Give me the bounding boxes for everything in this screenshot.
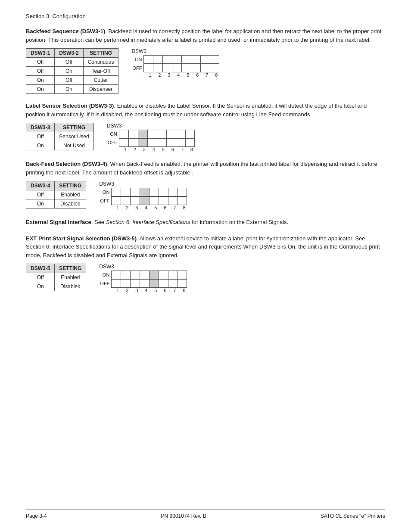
cell: Off: [26, 273, 55, 282]
table-row: On Disabled: [26, 282, 86, 291]
cell-on-4: [140, 271, 149, 279]
num-7: 7: [177, 147, 187, 152]
cell-off-1: [111, 196, 121, 205]
cell-on-5: [157, 130, 166, 138]
cell-on-2: [121, 271, 130, 279]
backfeed-sel-table: DSW3-4 SETTING Off Enabled On Disabled: [26, 181, 86, 208]
dsw3-off-row-3: OFF: [99, 196, 189, 205]
cell-on-4: [147, 130, 157, 138]
cell-on-1: [111, 271, 121, 279]
cell-on-2: [153, 55, 162, 64]
dsw3-title-2: DSW3: [107, 123, 122, 129]
external-signal-text: External Signal Interface. See Section 6…: [26, 218, 385, 227]
num-6: 6: [193, 72, 202, 78]
cell-on-6: [191, 55, 200, 64]
cell: On: [26, 85, 55, 94]
block-label-sensor: Label Sensor Selection (DSW3-3). Enables…: [26, 102, 385, 152]
eps-col2-header: SETTING: [55, 264, 86, 273]
off-label-4: OFF: [99, 279, 111, 288]
cell-off-1: [119, 138, 128, 147]
num-5: 5: [183, 72, 193, 78]
ls-col1-header: DSW3-3: [26, 123, 55, 132]
num-4: 4: [141, 205, 151, 210]
label-sensor-table: DSW3-3 SETTING Off Sensor Used On Not Us…: [26, 123, 94, 150]
cell-off-6: [191, 64, 200, 72]
external-signal-rest: for information on the External Signals.: [190, 219, 289, 225]
ls-col2-header: SETTING: [55, 123, 93, 132]
cell-on-5: [149, 271, 159, 279]
dsw3-on-row-1: ON: [131, 55, 221, 64]
section-header: Section 3. Configuration: [26, 13, 385, 19]
ext-print-inner: DSW3-5 SETTING Off Enabled On Disabled: [26, 264, 385, 293]
cell-on-6: [159, 188, 168, 196]
dsw3-grid-3: ON: [99, 188, 189, 210]
label-sensor-title: Label Sensor Selection (DSW3-3): [26, 103, 114, 109]
on-label-4: ON: [99, 271, 111, 279]
backfeed-col3-header: SETTING: [83, 49, 118, 58]
cell: Disabled: [55, 199, 86, 208]
cell-off-6: [159, 196, 168, 205]
cell: On: [26, 282, 55, 291]
backfeed-intro: Backfeed Sequence (DSW3-1). Backfeed is …: [26, 27, 385, 44]
dsw3-on-cells-1: [143, 55, 219, 64]
backfeed-title: Backfeed Sequence (DSW3-1): [26, 28, 105, 34]
cell-on-8: [177, 271, 187, 279]
footer-left: Page 3-4: [26, 513, 47, 519]
dsw3-title-3: DSW3: [99, 181, 114, 187]
num-7: 7: [170, 288, 179, 293]
dsw3-on-row-2: ON: [107, 130, 196, 138]
off-label-1: OFF: [131, 64, 143, 72]
cell-on-3: [138, 130, 147, 138]
bfs-col1-header: DSW3-4: [26, 181, 55, 190]
dsw3-title-1: DSW3: [131, 48, 146, 54]
num-7: 7: [170, 205, 179, 210]
num-2: 2: [130, 147, 140, 152]
footer-center: PN 9001074 Rev. B: [161, 513, 206, 519]
cell-off-8: [177, 279, 187, 288]
cell: Not Used: [55, 141, 93, 150]
cell: Continuous: [83, 58, 118, 67]
dsw3-off-cells-1: [143, 64, 219, 72]
ext-print-diagram: DSW3 ON: [99, 264, 189, 293]
cell: On: [26, 199, 55, 208]
label-sensor-inner: DSW3-3 SETTING Off Sensor Used On Not Us…: [26, 123, 385, 152]
cell-on-1: [119, 130, 128, 138]
cell: On: [55, 67, 83, 76]
backfeed-sel-title: Back-Feed Selection (DSW3-4): [26, 161, 107, 167]
cell-on-3: [130, 188, 140, 196]
ext-print-title: EXT Print Start Signal Selection (DSW3-5…: [26, 235, 137, 242]
cell-on-5: [149, 188, 159, 196]
cell-off-7: [168, 196, 177, 205]
cell-on-7: [176, 130, 185, 138]
cell: Off: [26, 190, 55, 199]
backfeed-col2-header: DSW3-2: [55, 49, 83, 58]
num-6: 6: [160, 288, 170, 293]
external-signal-title: External Signal Interface: [26, 219, 91, 225]
table-row: On Not Used: [26, 141, 94, 150]
table-row: On Off Cutter: [26, 76, 118, 85]
num-1: 1: [113, 288, 122, 293]
backfeed-inner: DSW3-1 DSW3-2 SETTING Off Off Continuous…: [26, 48, 385, 94]
content-area: Backfeed Sequence (DSW3-1). Backfeed is …: [26, 27, 385, 509]
backfeed-sel-intro: Back-Feed Selection (DSW3-4). When Back-…: [26, 160, 385, 177]
cell-on-3: [130, 271, 140, 279]
num-1: 1: [121, 147, 130, 152]
table-row: Off Enabled: [26, 273, 86, 282]
bfs-col2-header: SETTING: [55, 181, 86, 190]
cell-on-8: [177, 188, 187, 196]
num-2: 2: [122, 288, 132, 293]
num-4: 4: [174, 72, 183, 78]
page: Section 3. Configuration Backfeed Sequen…: [0, 0, 411, 532]
num-3: 3: [132, 288, 141, 293]
backfeed-sel-inner: DSW3-4 SETTING Off Enabled On Disabled: [26, 181, 385, 210]
label-sensor-diagram: DSW3 ON: [107, 123, 196, 152]
eps-col1-header: DSW3-5: [26, 264, 55, 273]
num-8: 8: [179, 205, 189, 210]
num-8: 8: [212, 72, 221, 78]
cell-off-5: [149, 196, 159, 205]
cell-on-2: [121, 188, 130, 196]
cell-off-2: [121, 196, 130, 205]
cell-on-8: [185, 130, 195, 138]
cell-on-2: [128, 130, 138, 138]
cell-off-7: [168, 279, 177, 288]
